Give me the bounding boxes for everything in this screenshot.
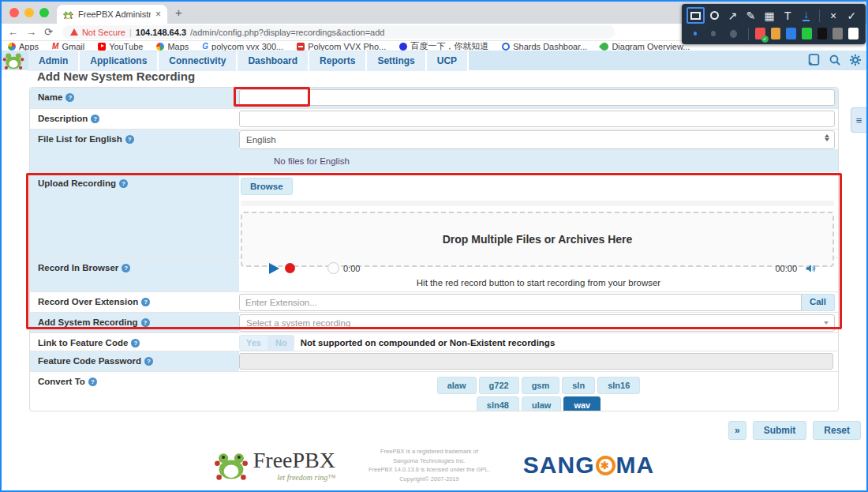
stroke-large-option[interactable] — [730, 30, 736, 38]
help-icon[interactable]: ? — [141, 298, 150, 306]
back-icon[interactable]: ← — [8, 26, 18, 38]
confirm-capture-icon[interactable]: ✓ — [843, 7, 861, 24]
color-swatch-orange[interactable] — [771, 28, 781, 39]
url-separator: | — [129, 28, 132, 37]
nav-tab-admin[interactable]: Admin — [28, 51, 80, 71]
help-icon[interactable]: ? — [119, 179, 128, 188]
address-bar[interactable]: Not Secure | 104.148.64.3 /admin/config.… — [62, 25, 615, 39]
system-recording-select[interactable]: Select a system recording — [239, 314, 835, 332]
add-recording-form: Name? Description? File List for English… — [29, 87, 839, 411]
language-select[interactable]: English — [239, 130, 835, 149]
browse-button[interactable]: Browse — [241, 178, 293, 195]
convert-g722-button[interactable]: g722 — [479, 377, 519, 394]
nav-tab-dashboard[interactable]: Dashboard — [238, 51, 309, 71]
browser-tab[interactable]: FreePBX Administration × — [57, 5, 167, 24]
convert-sln-button[interactable]: sln — [562, 377, 595, 394]
no-toggle-button[interactable]: No — [268, 335, 294, 351]
reset-button[interactable]: Reset — [813, 421, 861, 440]
nav-tab-settings[interactable]: Settings — [367, 51, 426, 71]
convert-sln16-button[interactable]: sln16 — [597, 377, 640, 394]
new-tab-button[interactable]: + — [175, 6, 182, 19]
language-page-icon[interactable] — [807, 53, 821, 66]
help-icon[interactable]: ? — [91, 115, 99, 123]
help-icon[interactable]: ? — [144, 357, 153, 366]
freepbx-logo-icon[interactable] — [2, 49, 25, 71]
bookmark-shards[interactable]: Shards Dashboar... — [502, 42, 587, 51]
record-icon[interactable] — [285, 263, 295, 273]
zoom-window-button[interactable] — [39, 8, 49, 17]
search-icon[interactable] — [829, 54, 841, 66]
description-input[interactable] — [239, 111, 835, 127]
convert-alaw-button[interactable]: alaw — [437, 377, 477, 394]
nav-tab-reports[interactable]: Reports — [309, 51, 367, 71]
color-swatch-red[interactable] — [755, 28, 765, 39]
expand-actions-button[interactable]: » — [728, 421, 746, 440]
help-icon[interactable]: ? — [131, 339, 140, 347]
sangoma-wordmark-right: MA — [616, 453, 655, 477]
upload-label: Upload Recording? — [30, 174, 239, 257]
forward-icon[interactable]: → — [26, 26, 36, 38]
convert-sln48-button[interactable]: sln48 — [477, 396, 519, 411]
freepbx-wordmark: FreePBX — [253, 449, 335, 471]
mosaic-tool-icon[interactable]: ▦ — [760, 7, 778, 24]
stroke-medium-option[interactable] — [711, 31, 716, 36]
color-swatch-gray[interactable] — [832, 28, 843, 39]
bookmark-youtube[interactable]: YouTube — [98, 42, 143, 51]
convert-row-2: sln48 ulaw wav — [477, 396, 600, 411]
nav-tab-applications[interactable]: Applications — [80, 51, 159, 71]
color-swatch-blue[interactable] — [786, 28, 796, 39]
convert-ulaw-button[interactable]: ulaw — [522, 396, 561, 411]
color-swatch-white[interactable] — [848, 28, 859, 39]
arrow-tool-icon[interactable]: ↗ — [724, 7, 742, 24]
convert-wav-button-selected[interactable]: wav — [563, 396, 600, 411]
speaker-icon[interactable] — [805, 263, 816, 274]
help-icon[interactable]: ? — [88, 377, 97, 386]
yes-toggle-button[interactable]: Yes — [239, 335, 268, 351]
color-swatch-green[interactable] — [802, 28, 812, 39]
color-swatch-black[interactable] — [817, 28, 828, 39]
brush-tool-icon[interactable]: ✎ — [742, 7, 760, 24]
bookmark-maps[interactable]: Maps — [156, 42, 189, 51]
list-icon: ≡ — [856, 115, 862, 126]
record-in-browser-row: Record In Browser? 0:00 00:00 Hit the re… — [30, 258, 838, 292]
add-system-recording-row: Add System Recording? Select a system re… — [30, 313, 838, 333]
nav-tab-connectivity[interactable]: Connectivity — [159, 51, 238, 71]
rectangle-tool-icon[interactable] — [687, 7, 705, 24]
extension-label: Record Over Extension? — [30, 292, 239, 312]
extension-input[interactable] — [239, 294, 802, 311]
bookmark-diagram[interactable]: Diagram Overview... — [600, 42, 690, 51]
playback-slider-handle[interactable] — [327, 262, 339, 274]
page-title: Add New System Recording — [37, 69, 195, 83]
nav-tab-ucp[interactable]: UCP — [427, 51, 469, 71]
gear-icon[interactable] — [849, 54, 862, 66]
bookmark-polycom-vvx300[interactable]: Gpolycom vvx 300... — [202, 42, 283, 51]
addsys-label: Add System Recording? — [30, 313, 239, 332]
shot-options-row — [687, 24, 861, 43]
sidebar-toggle-button[interactable]: ≡ — [851, 107, 866, 133]
help-icon[interactable]: ? — [65, 93, 74, 102]
record-hint: Hit the red record button to start recor… — [239, 278, 838, 287]
download-tool-icon[interactable]: ↓ — [797, 7, 815, 24]
call-button[interactable]: Call — [802, 294, 835, 311]
submit-button[interactable]: Submit — [753, 421, 807, 440]
bookmark-gmail[interactable]: MGmail — [52, 42, 84, 51]
tab-close-icon[interactable]: × — [155, 9, 161, 20]
help-icon[interactable]: ? — [122, 264, 130, 272]
language-select-value: English — [246, 135, 276, 145]
convert-gsm-button[interactable]: gsm — [522, 377, 560, 394]
bookmark-polycom-vvx-pho[interactable]: Polycom VVX Pho... — [297, 42, 386, 51]
close-window-button[interactable] — [9, 8, 19, 17]
convert-to-row: Convert To? alaw g722 gsm sln sln16 sln4… — [30, 372, 838, 411]
cancel-capture-icon[interactable]: × — [824, 7, 842, 24]
stroke-small-option[interactable] — [694, 32, 697, 36]
reload-icon[interactable]: ⟳ — [44, 26, 53, 38]
sangoma-logo: SANG ✱ MA — [523, 453, 654, 477]
name-input[interactable] — [239, 89, 835, 106]
text-tool-icon[interactable]: T — [779, 7, 797, 24]
sangoma-o-icon: ✱ — [596, 456, 615, 475]
help-icon[interactable]: ? — [141, 318, 150, 327]
play-icon[interactable] — [269, 263, 279, 274]
ellipse-tool-icon[interactable] — [705, 7, 723, 24]
minimize-window-button[interactable] — [24, 8, 34, 17]
help-icon[interactable]: ? — [125, 135, 134, 144]
